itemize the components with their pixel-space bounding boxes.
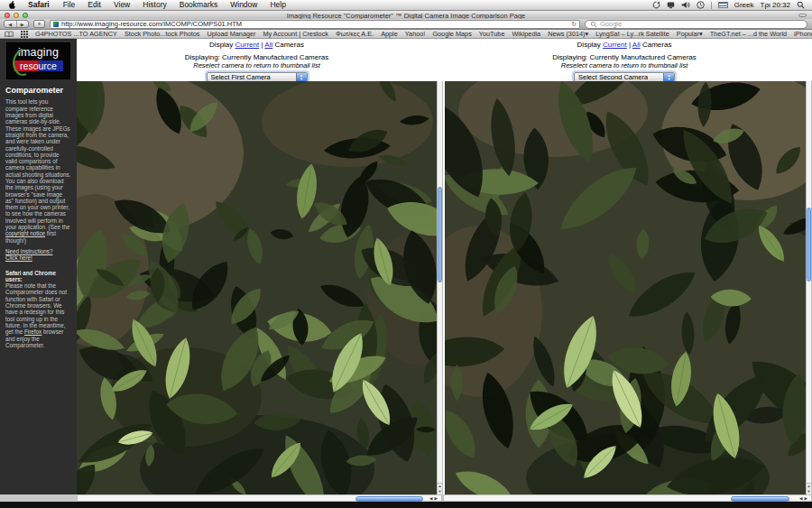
bookmark-item[interactable]: Stock Photo...tock Photos xyxy=(125,30,200,38)
desktop-screen: Safari File Edit View History Bookmarks … xyxy=(0,0,812,508)
address-bar[interactable]: http://www.imaging-resource.com/IMCOMP/C… xyxy=(50,20,580,29)
display-all-link[interactable]: All xyxy=(632,41,641,49)
menu-bar-clock[interactable]: Τρι 20:32 xyxy=(761,1,790,9)
right-vertical-scrollbar-thumb[interactable] xyxy=(807,208,811,282)
display-label: Display xyxy=(577,41,601,49)
right-horizontal-scrollbar-thumb[interactable] xyxy=(731,496,789,502)
right-horizontal-scrollbar-arrows[interactable]: ◀▶ xyxy=(799,495,809,502)
need-instructions-link[interactable]: Need Instructions? xyxy=(5,248,71,254)
window-title-bar[interactable]: Imaging Resource "Comparometer" ™ Digita… xyxy=(0,11,812,19)
bookmarks-bar: G4PHOTOS ...TO AGENCY Stock Photo...tock… xyxy=(0,30,812,39)
browser-toolbar: ◀ ▶ + http://www.imaging-resource.com/IM… xyxy=(0,19,812,30)
left-vertical-scrollbar-arrows[interactable]: ▲▼ xyxy=(438,483,442,494)
dropdown-stepper-icon: ▲▼ xyxy=(663,73,674,81)
bookmark-item[interactable]: Apple xyxy=(381,30,398,38)
search-placeholder: Google xyxy=(600,20,622,28)
menu-view[interactable]: View xyxy=(107,0,136,10)
left-horizontal-scrollbar[interactable]: ◀▶ xyxy=(77,494,442,502)
right-panel-header: Display Current | All Cameras Displaying… xyxy=(437,39,812,81)
window-controls xyxy=(5,13,28,18)
right-horizontal-scrollbar[interactable]: ◀▶ xyxy=(443,494,812,502)
left-vertical-scrollbar[interactable]: ▲▼ xyxy=(437,81,443,494)
site-favicon xyxy=(53,22,59,27)
right-vertical-scrollbar-arrows[interactable]: ▲▼ xyxy=(807,483,811,494)
top-sites-grid-icon[interactable] xyxy=(21,31,28,38)
menu-file[interactable]: File xyxy=(57,0,82,10)
bookmark-folder-news[interactable]: News (3014)▾ xyxy=(548,30,588,38)
left-horizontal-scrollbar-thumb[interactable] xyxy=(355,496,423,502)
display-current-link[interactable]: Current xyxy=(235,41,260,49)
minimize-window-button[interactable] xyxy=(14,13,19,18)
history-nav-group: ◀ ▶ xyxy=(4,20,29,28)
warning-text: Please note that the Comparometer does n… xyxy=(5,282,67,335)
left-reselect-note: Reselect camera to return to thumbnail l… xyxy=(77,61,437,69)
right-display-line: Display Current | All Cameras xyxy=(437,39,812,49)
page-sidebar: imaging resource Comparometer This tool … xyxy=(0,39,77,494)
url-text[interactable]: http://www.imaging-resource.com/IMCOMP/C… xyxy=(61,20,568,28)
bookmark-folder-popular[interactable]: Popular▾ xyxy=(677,30,703,38)
left-vertical-scrollbar-thumb[interactable] xyxy=(438,187,442,282)
cameras-label: Cameras xyxy=(274,41,303,49)
reload-icon[interactable]: ↻ xyxy=(571,21,577,28)
bookmark-item[interactable]: LyngSat – Ly...rk Satellite xyxy=(595,30,669,38)
close-window-button[interactable] xyxy=(5,13,10,18)
bookmark-item[interactable]: Upload Manager xyxy=(208,30,256,38)
clock-menu-icon[interactable] xyxy=(697,1,705,9)
display-label: Display xyxy=(209,41,233,49)
menu-bar-status-area: Greek Τρι 20:32 xyxy=(652,1,812,9)
bookmark-item[interactable]: YouTube xyxy=(479,30,505,38)
right-vertical-scrollbar[interactable]: ▲▼ xyxy=(806,81,812,494)
forward-button[interactable]: ▶ xyxy=(16,21,29,27)
menu-safari[interactable]: Safari xyxy=(21,0,57,10)
sync-menu-icon[interactable] xyxy=(652,1,660,9)
input-language-label[interactable]: Greek xyxy=(734,1,754,9)
bookmark-item[interactable]: Φωτ/κες Α.Ε. xyxy=(336,30,374,38)
bookmark-item[interactable]: Wikipedia xyxy=(512,30,540,38)
comparison-photo-left xyxy=(77,81,437,494)
back-button[interactable]: ◀ xyxy=(5,21,16,27)
imaging-resource-logo[interactable]: imaging resource xyxy=(6,42,70,79)
menu-history[interactable]: History xyxy=(136,0,172,10)
dropdown-stepper-icon: ▲▼ xyxy=(296,73,307,81)
apple-icon xyxy=(8,1,15,9)
sidebar-title: Comparometer xyxy=(5,86,71,95)
left-horizontal-scrollbar-arrows[interactable]: ◀▶ xyxy=(429,495,439,502)
menu-window[interactable]: Window xyxy=(224,0,263,10)
bookmark-item[interactable]: G4PHOTOS ...TO AGENCY xyxy=(35,30,117,38)
new-tab-button[interactable]: + xyxy=(33,20,45,28)
bookmark-item[interactable]: iPhone 4 iPa...hone Hellas xyxy=(794,30,812,38)
display-divider: | xyxy=(629,41,631,49)
click-here-link[interactable]: Click here! xyxy=(5,254,71,261)
dropdown-value: Select Second Camera xyxy=(578,73,648,81)
left-display-line: Display Current | All Cameras xyxy=(77,39,437,49)
sidebar-browser-warning: Safari and Chrome users: Please note tha… xyxy=(5,270,71,349)
apple-menu[interactable] xyxy=(0,1,21,9)
toolbar-toggle-button[interactable] xyxy=(798,14,807,17)
spotlight-icon[interactable] xyxy=(797,1,805,9)
bookmark-item[interactable]: Google Maps xyxy=(432,30,471,38)
display-menu-icon[interactable] xyxy=(667,1,675,9)
bookmark-item[interactable]: My Account | Crestock xyxy=(263,30,328,38)
display-all-link[interactable]: All xyxy=(264,41,272,49)
menu-edit[interactable]: Edit xyxy=(81,0,107,10)
zoom-window-button[interactable] xyxy=(23,13,28,18)
warning-title: Safari and Chrome users: xyxy=(5,270,56,282)
bookmarks-book-icon[interactable] xyxy=(5,31,14,38)
menu-bookmarks[interactable]: Bookmarks xyxy=(173,0,225,10)
search-icon xyxy=(590,21,597,28)
right-reselect-note: Reselect camera to return to thumbnail l… xyxy=(437,61,812,69)
volume-menu-icon[interactable] xyxy=(681,1,690,9)
display-current-link[interactable]: Current xyxy=(603,41,627,49)
logo-swoosh-icon xyxy=(9,47,27,78)
input-language-flag-icon[interactable] xyxy=(718,2,728,8)
firefox-link[interactable]: Firefox xyxy=(24,328,42,335)
menu-help[interactable]: Help xyxy=(263,0,291,10)
google-search-field[interactable]: Google xyxy=(585,20,807,29)
copyright-notice-link[interactable]: copyright notice xyxy=(5,230,45,236)
comparison-photo-right xyxy=(445,81,806,494)
bookmark-item[interactable]: Yahoo! xyxy=(405,30,426,38)
right-displaying-status: Displaying: Currently Manufactured Camer… xyxy=(437,53,812,61)
window-bottom-edge xyxy=(0,502,812,508)
cameras-label: Cameras xyxy=(642,41,671,49)
bookmark-item[interactable]: TheGT.net – ...d the World xyxy=(710,30,787,38)
